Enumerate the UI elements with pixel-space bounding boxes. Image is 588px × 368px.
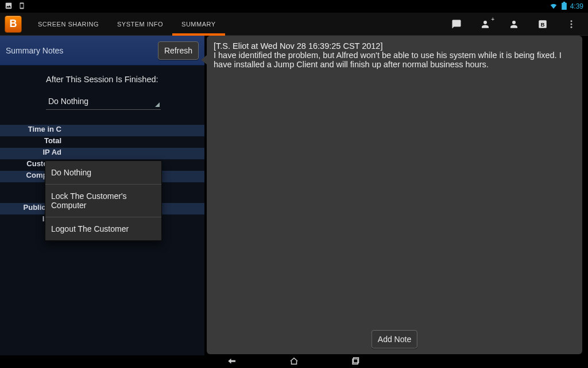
row-label: Total	[0, 136, 65, 148]
image-icon	[5, 2, 13, 12]
dropdown-option-lock[interactable]: Lock The Customer's Computer	[45, 185, 161, 217]
note-body: I have identified the problem, but Alfre…	[214, 51, 575, 69]
chevron-down-icon	[155, 102, 160, 107]
spinner-selected-value: Do Nothing	[48, 97, 88, 106]
row-value	[65, 125, 204, 136]
table-row: IP Ad	[0, 148, 204, 159]
after-session-spinner[interactable]: Do Nothing	[46, 92, 161, 110]
tab-screen-sharing[interactable]: SCREEN SHARING	[29, 13, 108, 35]
tab-system-info[interactable]: SYSTEM INFO	[108, 13, 172, 35]
dropdown-option-do-nothing[interactable]: Do Nothing	[45, 161, 161, 184]
back-icon[interactable]	[227, 356, 237, 368]
add-note-button[interactable]: Add Note	[372, 330, 417, 348]
after-session-title: After This Session Is Finished:	[0, 66, 204, 84]
tab-label: SYSTEM INFO	[117, 21, 163, 28]
add-person-icon[interactable]: +	[480, 19, 490, 29]
row-value	[65, 148, 204, 159]
summary-notes-header: Summary Notes Refresh	[0, 36, 204, 66]
panel-title: Summary Notes	[6, 46, 63, 55]
svg-point-2	[571, 20, 572, 22]
bold-b-icon[interactable]: B	[537, 19, 548, 29]
svg-point-4	[571, 26, 572, 28]
note-header: [T.S. Eliot at Wed Nov 28 16:39:25 CST 2…	[214, 41, 575, 51]
right-pane: [T.S. Eliot at Wed Nov 28 16:39:25 CST 2…	[204, 36, 588, 355]
status-time: 4:39	[570, 2, 583, 10]
svg-text:B: B	[540, 21, 544, 27]
wifi-icon	[549, 2, 558, 12]
refresh-button[interactable]: Refresh	[158, 41, 199, 60]
chat-icon[interactable]	[451, 19, 462, 29]
home-icon[interactable]	[289, 356, 299, 368]
android-status-bar: 4:39	[0, 0, 588, 13]
tab-summary[interactable]: SUMMARY	[172, 13, 225, 35]
recents-icon[interactable]	[351, 356, 361, 368]
battery-icon	[562, 2, 567, 12]
row-label: Time in C	[0, 125, 65, 136]
device-icon	[18, 2, 25, 12]
left-pane: Summary Notes Refresh After This Session…	[0, 36, 204, 355]
tab-label: SUMMARY	[181, 21, 216, 28]
tab-label: SCREEN SHARING	[38, 21, 99, 28]
svg-point-3	[571, 23, 572, 25]
app-bar: B SCREEN SHARING SYSTEM INFO SUMMARY + B	[0, 13, 588, 36]
row-value	[65, 136, 204, 148]
table-row: Time in C	[0, 125, 204, 136]
app-logo[interactable]: B	[5, 16, 22, 33]
main-content: Summary Notes Refresh After This Session…	[0, 36, 588, 355]
table-row: Total	[0, 136, 204, 148]
dropdown-option-logout[interactable]: Logout The Customer	[45, 217, 161, 240]
after-session-dropdown: Do Nothing Lock The Customer's Computer …	[45, 160, 162, 241]
notes-bubble: [T.S. Eliot at Wed Nov 28 16:39:25 CST 2…	[207, 36, 582, 354]
row-label: IP Ad	[0, 148, 65, 159]
overflow-menu-icon[interactable]	[566, 19, 577, 29]
app-logo-letter: B	[10, 18, 17, 30]
android-nav-bar	[0, 355, 588, 368]
tabs: SCREEN SHARING SYSTEM INFO SUMMARY	[29, 13, 225, 35]
person-icon[interactable]	[509, 19, 519, 29]
